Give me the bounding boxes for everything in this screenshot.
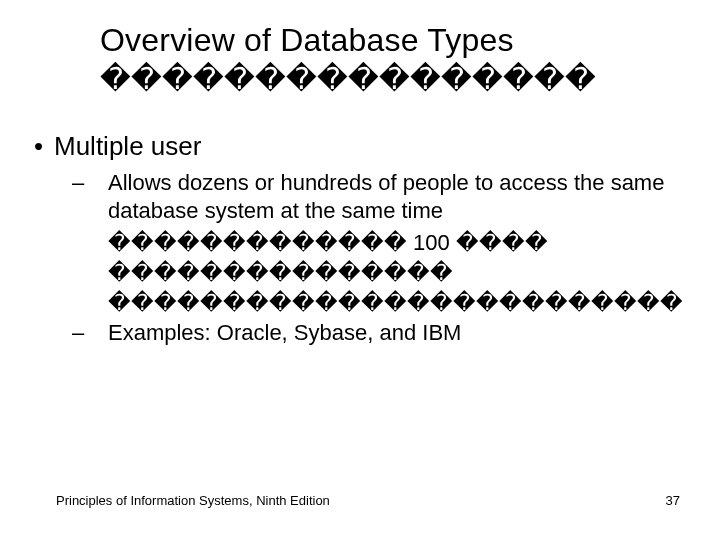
slide-title-sub: ���������������� xyxy=(100,61,700,96)
slide: Overview of Database Types �������������… xyxy=(0,0,720,540)
bullet-level2: –Examples: Oracle, Sybase, and IBM xyxy=(90,319,710,347)
footer-page-number: 37 xyxy=(666,493,680,508)
bullet-dot-icon: • xyxy=(34,130,54,163)
bullet-dash-icon: – xyxy=(90,169,108,197)
bullet-level2-text: Examples: Oracle, Sybase, and IBM xyxy=(108,320,461,345)
bullet-level2-extra: ������������� 100 ���� xyxy=(90,229,710,257)
bullet-level2-text: Allows dozens or hundreds of people to a… xyxy=(108,170,664,223)
slide-title-block: Overview of Database Types �������������… xyxy=(100,22,700,96)
bullet-level2-extra: ������������������������� xyxy=(90,289,710,317)
bullet-level2-extra: ��������������� xyxy=(90,259,710,287)
footer-source: Principles of Information Systems, Ninth… xyxy=(56,493,330,508)
bullet-level1: •Multiple user xyxy=(34,130,710,163)
sub-bullet-list: –Allows dozens or hundreds of people to … xyxy=(90,169,710,348)
bullet-level1-text: Multiple user xyxy=(54,131,201,161)
slide-title: Overview of Database Types xyxy=(100,22,700,59)
slide-body: •Multiple user –Allows dozens or hundred… xyxy=(34,130,710,351)
bullet-dash-icon: – xyxy=(90,319,108,347)
bullet-level2: –Allows dozens or hundreds of people to … xyxy=(90,169,710,225)
